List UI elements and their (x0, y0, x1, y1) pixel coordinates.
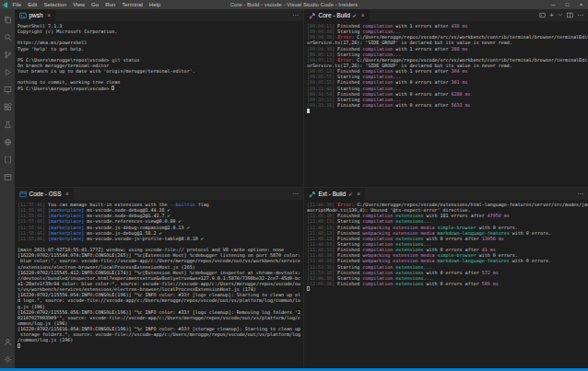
new-terminal-icon[interactable]: + (549, 11, 554, 19)
pwsh-tab-bar: pwsh × ⋯ (15, 9, 303, 21)
maximize-button[interactable]: □ (560, 0, 574, 9)
terminal-line: d logs.", source: vscode-file://vscode-a… (18, 297, 303, 303)
testing-beaker-icon[interactable] (0, 116, 15, 133)
pwsh-pane-actions: ⋯ (292, 9, 303, 21)
core-build-terminal-output[interactable]: [09:04:11] Finished compilation with 1 e… (304, 21, 588, 187)
menu-terminal[interactable]: Terminal (119, 0, 147, 9)
tab-close-icon[interactable]: × (47, 12, 51, 18)
menu-run[interactable]: Run (102, 0, 119, 9)
menu-bar: File Edit Selection View Go Run Terminal… (9, 0, 164, 9)
core-build-tab-bar: Core - Build ✓ × + ⋯ (304, 9, 588, 21)
code-oss-tab-bar: Code - OSS × ⋯ (15, 188, 303, 200)
more-actions-icon[interactable]: ⋯ (292, 12, 299, 19)
split-editor-icon[interactable] (567, 12, 573, 19)
terminal-line: PS C:\Users\merogge\repos\vscode> (18, 86, 303, 91)
more-actions-icon[interactable]: ⋯ (577, 191, 583, 198)
run-and-debug-icon[interactable] (0, 64, 15, 81)
terminal-line (307, 108, 588, 113)
settings-gear-icon[interactable] (0, 351, 15, 368)
ports-globe-icon[interactable] (0, 133, 15, 151)
tab-pwsh[interactable]: pwsh × (15, 9, 55, 21)
menu-view[interactable]: View (70, 0, 88, 9)
menu-file[interactable]: File (9, 0, 25, 9)
references-icon[interactable] (0, 151, 15, 168)
tab-label: Code - OSS (29, 191, 62, 197)
workbench: pwsh × ⋯ PowerShell 7.1.3Copyright (c) M… (0, 9, 588, 368)
pane-core-build: Core - Build ✓ × + ⋯ (304, 9, 588, 187)
pane-ext-build: Ext - Build ✓ × ⋯ [11:46:30] Error: C:/U… (304, 188, 588, 368)
menu-go[interactable]: Go (88, 0, 102, 9)
tools-icon (309, 12, 316, 19)
terminal-line (18, 343, 303, 349)
terminal-line (307, 286, 588, 292)
ext-build-tab-bar: Ext - Build ✓ × ⋯ (304, 188, 588, 200)
chevron-down-icon[interactable] (558, 12, 563, 18)
tab-core-build[interactable]: Core - Build ✓ × (304, 9, 370, 21)
menu-edit[interactable]: Edit (25, 0, 41, 9)
more-actions-icon[interactable]: ⋯ (292, 191, 299, 198)
pwsh-terminal-output[interactable]: PowerShell 7.1.3Copyright (c) Microsoft … (15, 21, 303, 187)
tab-close-icon[interactable]: × (357, 191, 360, 197)
minimize-button[interactable]: ─ (547, 0, 560, 9)
more-actions-icon[interactable]: ⋯ (577, 12, 583, 19)
menu-selection[interactable]: Selection (41, 0, 70, 9)
search-icon[interactable] (0, 29, 15, 46)
core-build-pane-actions: + ⋯ (539, 9, 588, 21)
code-oss-pane-actions: ⋯ (292, 188, 303, 200)
close-button[interactable]: × (574, 0, 588, 9)
tab-label: pwsh (29, 12, 43, 18)
accounts-icon[interactable] (0, 333, 15, 351)
terminal-icon (19, 12, 27, 19)
tab-code-oss[interactable]: Code - OSS × (15, 188, 74, 200)
explorer-icon[interactable] (0, 11, 15, 29)
tab-label: Ext - Build (319, 191, 347, 197)
task-success-check-icon: ✓ (348, 191, 353, 197)
task-success-check-icon: ✓ (352, 12, 357, 18)
activity-bar (0, 9, 15, 368)
tab-close-icon[interactable]: × (361, 12, 365, 18)
ext-build-terminal-output[interactable]: [11:46:30] Error: C:/Users/merogge/repos… (304, 200, 588, 368)
ext-build-pane-actions: ⋯ (577, 188, 588, 200)
code-oss-terminal-output[interactable]: [11:55:46] You can manage built-in exten… (15, 200, 303, 368)
window-icon (19, 191, 27, 198)
window-controls: ─ □ × (547, 0, 588, 9)
source-control-icon[interactable] (0, 46, 15, 64)
menu-help[interactable]: Help (146, 0, 163, 9)
extensions-icon[interactable] (0, 99, 15, 116)
vscode-insiders-logo-icon (0, 2, 9, 8)
tools-icon (309, 191, 316, 198)
pane-code-oss: Code - OSS × ⋯ [11:55:46] You can manage… (15, 188, 303, 368)
tab-label: Core - Build (319, 12, 350, 18)
title-bar: File Edit Selection View Go Run Terminal… (0, 0, 588, 9)
editor-grid: pwsh × ⋯ PowerShell 7.1.3Copyright (c) M… (15, 9, 588, 368)
launch-profile-icon[interactable] (539, 12, 546, 19)
preview-icon[interactable] (0, 168, 15, 186)
remote-explorer-icon[interactable] (0, 81, 15, 99)
pane-pwsh: pwsh × ⋯ PowerShell 7.1.3Copyright (c) M… (15, 9, 303, 187)
tab-ext-build[interactable]: Ext - Build ✓ × (304, 188, 365, 200)
tab-close-icon[interactable]: × (65, 191, 69, 197)
